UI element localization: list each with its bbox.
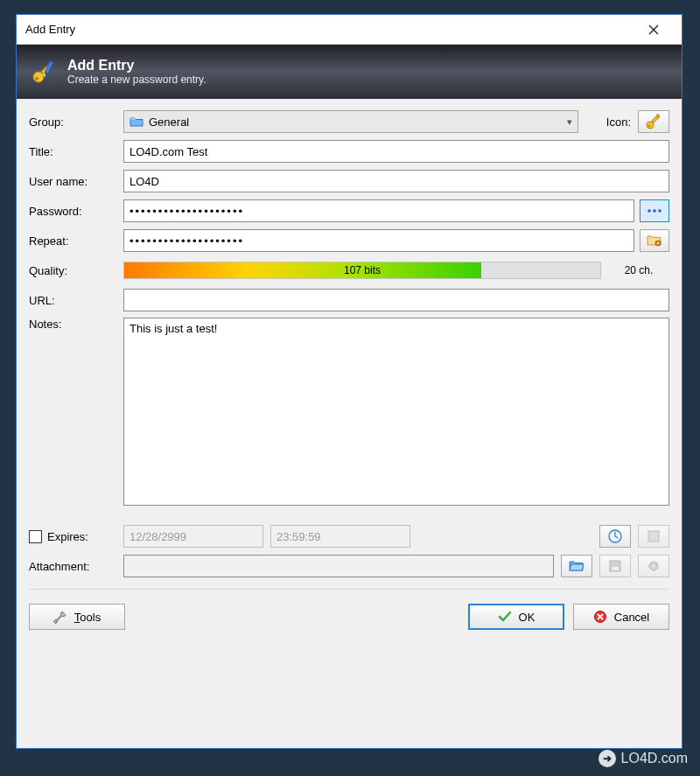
svg-point-10 xyxy=(653,209,656,213)
banner: Add Entry Create a new password entry. xyxy=(17,45,682,99)
close-button[interactable] xyxy=(634,19,673,40)
key-pencil-icon xyxy=(29,57,59,87)
generate-password-button[interactable] xyxy=(640,229,669,252)
svg-rect-8 xyxy=(657,115,659,117)
dots-icon xyxy=(647,206,662,215)
quality-label: Quality: xyxy=(29,264,116,277)
tools-button[interactable]: Tools xyxy=(29,604,125,630)
expires-date-input[interactable] xyxy=(123,525,263,548)
tools-button-label-rest: ools xyxy=(80,611,101,624)
quality-chars: 20 ch. xyxy=(608,264,669,276)
separator xyxy=(29,589,669,590)
gear-icon xyxy=(647,559,661,573)
ok-button[interactable]: OK xyxy=(468,604,564,630)
close-icon xyxy=(648,24,659,35)
group-dropdown[interactable]: General ▾ xyxy=(123,110,578,133)
remove-attachment-button xyxy=(638,555,669,577)
attachment-label: Attachment: xyxy=(29,560,116,573)
quality-meter: 107 bits xyxy=(123,262,601,279)
password-label: Password: xyxy=(29,205,116,218)
expires-time-input[interactable] xyxy=(270,525,410,548)
clock-icon xyxy=(607,528,623,544)
expires-label: Expires: xyxy=(47,530,88,543)
svg-rect-15 xyxy=(648,531,659,542)
title-label: Title: xyxy=(29,145,116,158)
watermark: ➜ LO4D.com xyxy=(598,750,688,767)
svg-point-6 xyxy=(648,125,651,128)
expiry-extra-button xyxy=(638,525,669,548)
disk-icon xyxy=(609,560,621,572)
tools-icon xyxy=(53,610,67,624)
title-input[interactable] xyxy=(123,140,669,163)
cancel-button[interactable]: Cancel xyxy=(573,604,669,630)
svg-rect-17 xyxy=(612,567,619,570)
save-attachment-button xyxy=(599,555,631,577)
icon-picker-button[interactable] xyxy=(638,110,669,133)
square-icon xyxy=(648,530,660,542)
form-area: Group: General ▾ Icon: Tit xyxy=(17,99,682,748)
notes-textarea[interactable] xyxy=(123,318,669,506)
add-entry-window: Add Entry Add Entry Create a new passwor… xyxy=(16,14,682,749)
svg-point-13 xyxy=(657,242,659,244)
titlebar: Add Entry xyxy=(17,15,682,45)
username-label: User name: xyxy=(29,175,116,188)
group-value: General xyxy=(149,115,189,129)
folder-gear-icon xyxy=(647,234,662,248)
window-title: Add Entry xyxy=(25,23,634,36)
chevron-down-icon: ▾ xyxy=(567,116,572,128)
icon-label: Icon: xyxy=(606,115,631,129)
username-input[interactable] xyxy=(123,170,669,192)
svg-point-1 xyxy=(35,77,38,80)
toggle-password-visibility-button[interactable] xyxy=(640,199,669,222)
repeat-label: Repeat: xyxy=(29,234,116,248)
check-icon xyxy=(498,610,512,624)
expires-checkbox[interactable] xyxy=(29,530,42,543)
watermark-icon: ➜ xyxy=(598,750,616,767)
ok-button-label: OK xyxy=(519,611,536,624)
cancel-button-label: Cancel xyxy=(614,611,649,624)
repeat-password-input[interactable] xyxy=(123,229,634,252)
notes-label: Notes: xyxy=(29,318,116,331)
quality-meter-fill xyxy=(124,262,481,278)
url-input[interactable] xyxy=(123,289,669,311)
svg-point-11 xyxy=(658,209,662,213)
attachment-input xyxy=(123,555,554,577)
watermark-text: LO4D.com xyxy=(621,751,688,766)
banner-heading: Add Entry xyxy=(67,58,206,73)
cancel-icon xyxy=(593,610,607,624)
folder-open-icon xyxy=(569,559,584,573)
svg-point-19 xyxy=(653,565,655,568)
folder-icon xyxy=(130,115,144,128)
banner-subtitle: Create a new password entry. xyxy=(67,73,206,86)
quality-bits: 107 bits xyxy=(344,264,381,276)
url-label: URL: xyxy=(29,294,116,307)
attach-file-button[interactable] xyxy=(561,555,592,577)
dialog-footer: Tools OK Cancel xyxy=(29,600,669,630)
expiry-preset-button[interactable] xyxy=(599,525,631,548)
password-input[interactable] xyxy=(123,199,634,222)
key-icon xyxy=(645,113,662,130)
group-label: Group: xyxy=(29,115,116,129)
svg-point-9 xyxy=(648,209,651,213)
svg-point-5 xyxy=(647,122,654,129)
